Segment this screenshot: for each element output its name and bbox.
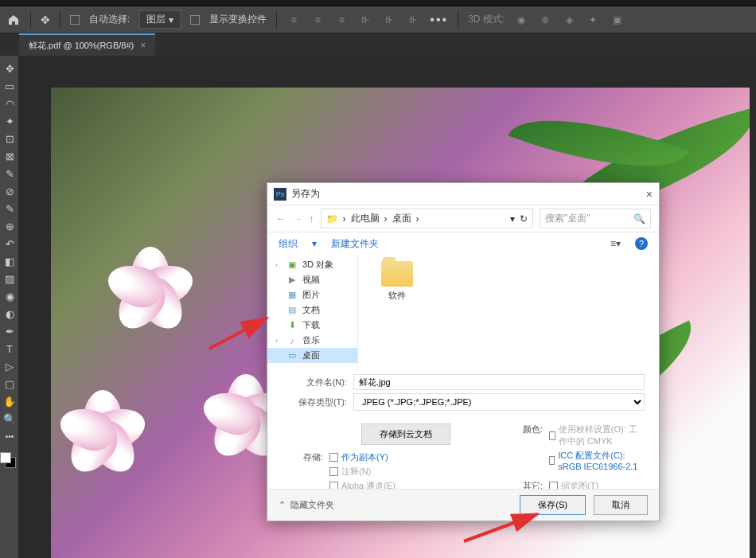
dropdown-icon[interactable]: ▾ <box>312 238 317 249</box>
back-icon[interactable]: ← <box>275 213 286 224</box>
forward-icon[interactable]: → <box>292 213 302 224</box>
chevron-down-icon[interactable]: ▾ <box>510 213 515 224</box>
top-menu-bar <box>0 0 756 6</box>
save-cloud-button[interactable]: 存储到云文档 <box>361 423 450 445</box>
tools-panel: ✥ ▭ ◠ ✦ ⊡ ⊠ ✎ ⊘ ✎ ⊕ ↶ ◧ ▨ ◉ ◐ ✒ T ▷ ▢ ✋ … <box>0 56 19 558</box>
show-transform-checkbox[interactable] <box>190 15 200 25</box>
divider <box>458 11 458 29</box>
sidebar-item-desktop[interactable]: ▭ 桌面 <box>267 348 357 363</box>
refresh-icon[interactable]: ↻ <box>520 213 528 224</box>
hand-tool-icon[interactable]: ✋ <box>0 393 19 409</box>
sidebar-item-documents[interactable]: ▤ 文档 <box>267 302 357 318</box>
home-icon[interactable] <box>6 13 21 27</box>
show-transform-label: 显示变换控件 <box>209 13 267 26</box>
file-list-area[interactable]: 软件 <box>358 255 659 369</box>
3d-icon[interactable]: ▣ <box>610 13 624 27</box>
3d-icon[interactable]: ✦ <box>586 13 600 27</box>
lasso-tool-icon[interactable]: ◠ <box>0 96 19 111</box>
proof-checkbox[interactable]: 使用校样设置(O): 工作中的 CMYK <box>549 423 645 447</box>
type-tool-icon[interactable]: T <box>0 341 19 357</box>
help-icon[interactable]: ? <box>635 237 648 250</box>
breadcrumb[interactable]: 📁 › 此电脑 › 桌面 › ▾ ↻ <box>321 209 534 228</box>
dialog-footer: ⌃ 隐藏文件夹 保存(S) 取消 <box>267 489 659 521</box>
breadcrumb-pc[interactable]: 此电脑 <box>351 212 380 225</box>
auto-select-checkbox[interactable] <box>70 15 80 25</box>
sidebar-item-pictures[interactable]: ▦ 图片 <box>267 287 357 302</box>
sidebar-item-music[interactable]: › ♪ 音乐 <box>267 333 357 348</box>
foreground-color[interactable] <box>0 452 11 463</box>
chevron-down-icon: ▾ <box>169 14 173 25</box>
align-icon[interactable]: ≡ <box>310 13 325 27</box>
blur-tool-icon[interactable]: ◉ <box>0 288 19 304</box>
divider <box>30 11 31 29</box>
download-icon: ⬇ <box>286 321 298 330</box>
dialog-toolbar: 组织 ▾ 新建文件夹 ≡▾ ? <box>267 232 659 255</box>
as-copy-checkbox[interactable]: 作为副本(Y) <box>329 451 485 463</box>
folder-item[interactable]: 软件 <box>369 261 425 302</box>
move-tool-icon[interactable]: ✥ <box>0 60 19 76</box>
edit-toolbar-icon[interactable]: ••• <box>0 428 19 444</box>
eraser-tool-icon[interactable]: ◧ <box>0 253 19 269</box>
sidebar-item-video[interactable]: ▶ 视频 <box>267 272 357 287</box>
align-icon[interactable]: ≡ <box>334 13 349 27</box>
frame-tool-icon[interactable]: ⊠ <box>0 148 19 164</box>
sidebar-item-3d[interactable]: › ▣ 3D 对象 <box>267 257 357 272</box>
dialog-titlebar: Ps 另存为 × <box>267 183 659 205</box>
chevron-right-icon: › <box>275 261 282 269</box>
align-icon[interactable]: ≡ <box>286 13 301 27</box>
pen-tool-icon[interactable]: ✒ <box>0 323 19 339</box>
3d-icon[interactable]: ◈ <box>562 13 576 27</box>
new-folder-button[interactable]: 新建文件夹 <box>331 237 379 251</box>
3d-icon[interactable]: ⊕ <box>538 13 552 27</box>
up-icon[interactable]: ↑ <box>309 213 314 224</box>
search-icon: 🔍 <box>633 213 645 224</box>
move-tool-icon[interactable]: ✥ <box>41 14 50 26</box>
close-icon[interactable]: × <box>646 188 653 201</box>
align-icon[interactable]: ⊪ <box>406 13 420 27</box>
brush-tool-icon[interactable]: ✎ <box>0 201 19 217</box>
history-brush-icon[interactable]: ↶ <box>0 236 19 252</box>
close-icon[interactable]: × <box>140 40 146 51</box>
doc-icon: ▤ <box>286 306 298 315</box>
stamp-tool-icon[interactable]: ⊕ <box>0 218 19 234</box>
music-icon: ♪ <box>286 336 298 345</box>
crop-tool-icon[interactable]: ⊡ <box>0 131 19 146</box>
breadcrumb-desktop[interactable]: 桌面 <box>392 212 411 225</box>
gradient-tool-icon[interactable]: ▨ <box>0 271 19 287</box>
dodge-tool-icon[interactable]: ◐ <box>0 306 19 322</box>
photoshop-icon: Ps <box>274 188 286 201</box>
filetype-label: 保存类型(T): <box>282 396 353 408</box>
annotations-checkbox[interactable]: 注释(N) <box>329 466 485 478</box>
magic-wand-tool-icon[interactable]: ✦ <box>0 113 19 129</box>
zoom-tool-icon[interactable]: 🔍 <box>0 411 19 427</box>
more-icon[interactable]: ••• <box>430 13 448 27</box>
divider <box>276 11 277 29</box>
align-icon[interactable]: ⊪ <box>382 13 396 27</box>
layer-dropdown[interactable]: 图层 ▾ <box>139 10 181 29</box>
icc-checkbox[interactable]: ICC 配置文件(C): sRGB IEC61966-2.1 <box>549 450 645 471</box>
cancel-button[interactable]: 取消 <box>594 495 648 515</box>
color-swatches[interactable] <box>0 452 18 468</box>
filename-label: 文件名(N): <box>282 377 353 388</box>
view-icon[interactable]: ≡▾ <box>610 238 621 249</box>
hide-folders-toggle[interactable]: ⌃ 隐藏文件夹 <box>279 499 334 511</box>
path-tool-icon[interactable]: ▷ <box>0 358 19 374</box>
3d-mode-label: 3D 模式: <box>468 13 505 26</box>
align-icon[interactable]: ⊪ <box>358 13 372 27</box>
folder-icon <box>381 261 413 287</box>
document-tab[interactable]: 鲜花.pdf @ 100%(RGB/8#) × <box>19 33 155 57</box>
chevron-right-icon: › <box>275 337 282 345</box>
filetype-select[interactable]: JPEG (*.JPG;*.JPEG;*.JPE) <box>353 393 645 411</box>
shape-tool-icon[interactable]: ▢ <box>0 376 19 392</box>
marquee-tool-icon[interactable]: ▭ <box>0 78 19 94</box>
healing-tool-icon[interactable]: ⊘ <box>0 183 19 199</box>
color-options-label: 颜色: <box>501 423 549 435</box>
eyedropper-tool-icon[interactable]: ✎ <box>0 166 19 181</box>
organize-button[interactable]: 组织 <box>279 237 298 251</box>
save-button[interactable]: 保存(S) <box>520 495 586 515</box>
sidebar-item-downloads[interactable]: ⬇ 下载 <box>267 318 357 333</box>
save-as-dialog: Ps 另存为 × ← → ↑ 📁 › 此电脑 › 桌面 › ▾ ↻ 搜索"桌面"… <box>267 182 660 521</box>
filename-input[interactable] <box>353 374 645 390</box>
search-input[interactable]: 搜索"桌面" 🔍 <box>540 209 651 228</box>
3d-icon[interactable]: ◉ <box>514 13 528 27</box>
